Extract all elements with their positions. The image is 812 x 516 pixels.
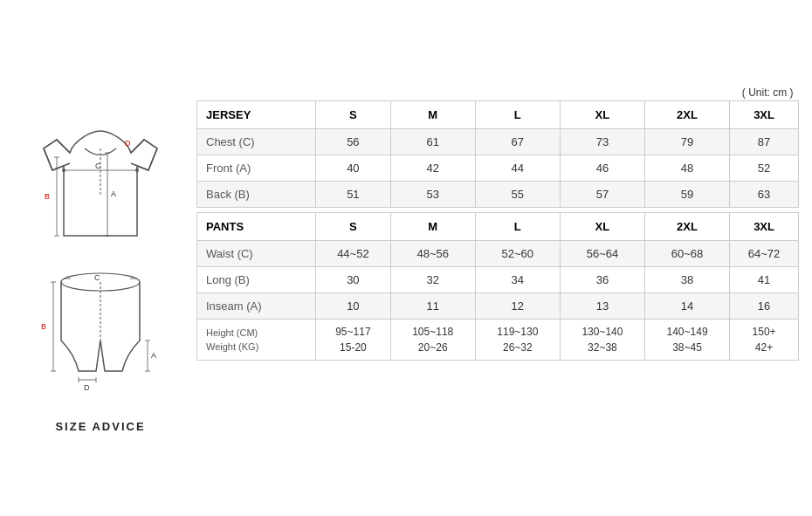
bottom-col-m: 105~11820~26 — [390, 320, 475, 361]
jersey-back-2xl: 59 — [644, 182, 729, 208]
pants-waist-3xl: 64~72 — [730, 241, 799, 267]
pants-diagram: C B A D — [22, 258, 179, 406]
jersey-back-label: Back (B) — [197, 182, 316, 208]
pants-size-s: S — [316, 213, 391, 241]
svg-point-14 — [62, 169, 65, 172]
jersey-front-s: 40 — [316, 155, 391, 182]
svg-text:D: D — [125, 139, 131, 148]
pants-waist-m: 48~56 — [390, 241, 475, 267]
pants-long-m: 32 — [390, 267, 475, 293]
jersey-size-m: M — [390, 101, 475, 129]
pants-size-m: M — [390, 213, 475, 241]
unit-row: ( Unit: cm ) — [197, 83, 799, 101]
pants-inseam-xl: 13 — [560, 293, 644, 320]
size-table: ( Unit: cm ) JERSEY S M L XL 2XL 3XL Che… — [196, 83, 799, 361]
pants-long-l: 34 — [475, 267, 560, 293]
jersey-size-s: S — [316, 101, 391, 129]
bottom-col-3xl: 150+42+ — [730, 320, 799, 361]
bottom-col-2xl: 140~14938~45 — [644, 320, 729, 361]
main-container: A B C D — [13, 83, 799, 433]
pants-inseam-row: Inseam (A) 10 11 12 13 14 16 — [197, 293, 799, 320]
svg-text:D: D — [84, 383, 90, 392]
jersey-chest-row: Chest (C) 56 61 67 73 79 87 — [197, 129, 799, 155]
pants-inseam-2xl: 14 — [644, 293, 729, 320]
jersey-chest-l: 67 — [475, 129, 560, 155]
jersey-back-3xl: 63 — [730, 182, 799, 208]
pants-long-s: 30 — [316, 267, 391, 293]
jersey-front-label: Front (A) — [197, 155, 316, 182]
svg-text:A: A — [111, 189, 116, 198]
svg-text:C: C — [94, 273, 100, 282]
pants-long-row: Long (B) 30 32 34 36 38 41 — [197, 267, 799, 293]
jersey-size-2xl: 2XL — [644, 101, 729, 129]
bottom-col-l: 119~13026~32 — [475, 320, 560, 361]
pants-waist-s: 44~52 — [316, 241, 391, 267]
svg-text:B: B — [45, 192, 50, 201]
jersey-chest-s: 56 — [316, 129, 391, 155]
jersey-size-3xl: 3XL — [730, 101, 799, 129]
pants-inseam-3xl: 16 — [730, 293, 799, 320]
svg-text:A: A — [151, 351, 156, 360]
pants-size-3xl: 3XL — [730, 213, 799, 241]
pants-inseam-l: 12 — [475, 293, 560, 320]
jersey-diagram: A B C D — [22, 100, 179, 249]
jersey-size-l: L — [475, 101, 560, 129]
pants-section-label: PANTS — [197, 213, 316, 241]
jersey-chest-label: Chest (C) — [197, 129, 316, 155]
bottom-row: Height (CM)Weight (KG) 95~11715-20 105~1… — [197, 320, 799, 361]
bottom-labels: Height (CM)Weight (KG) — [197, 320, 316, 361]
jersey-front-l: 44 — [475, 155, 560, 182]
jersey-front-xl: 46 — [560, 155, 644, 182]
jersey-front-3xl: 52 — [730, 155, 799, 182]
pants-waist-label: Waist (C) — [197, 241, 316, 267]
jersey-back-xl: 57 — [560, 182, 644, 208]
pants-inseam-label: Inseam (A) — [197, 293, 316, 320]
jersey-size-xl: XL — [560, 101, 644, 129]
pants-header-row: PANTS S M L XL 2XL 3XL — [197, 213, 799, 241]
jersey-front-2xl: 48 — [644, 155, 729, 182]
svg-point-15 — [135, 169, 139, 172]
jersey-chest-xl: 73 — [560, 129, 644, 155]
bottom-col-xl: 130~14032~38 — [560, 320, 644, 361]
pants-waist-row: Waist (C) 44~52 48~56 52~60 56~64 60~68 … — [197, 241, 799, 267]
jersey-chest-m: 61 — [390, 129, 475, 155]
unit-cell: ( Unit: cm ) — [197, 83, 799, 101]
pants-waist-xl: 56~64 — [560, 241, 644, 267]
pants-long-label: Long (B) — [197, 267, 316, 293]
jersey-chest-3xl: 87 — [730, 129, 799, 155]
pants-long-xl: 36 — [560, 267, 644, 293]
jersey-section-label: JERSEY — [197, 101, 316, 129]
size-advice-label: SIZE ADVICE — [55, 420, 145, 433]
pants-size-2xl: 2XL — [644, 213, 729, 241]
pants-size-xl: XL — [560, 213, 644, 241]
pants-size-l: L — [475, 213, 560, 241]
jersey-header-row: JERSEY S M L XL 2XL 3XL — [197, 101, 799, 129]
jersey-back-row: Back (B) 51 53 55 57 59 63 — [197, 182, 799, 208]
jersey-chest-2xl: 79 — [644, 129, 729, 155]
pants-inseam-s: 10 — [316, 293, 391, 320]
jersey-back-l: 55 — [475, 182, 560, 208]
left-panel: A B C D — [13, 83, 188, 433]
pants-waist-2xl: 60~68 — [644, 241, 729, 267]
jersey-back-m: 53 — [390, 182, 475, 208]
svg-text:B: B — [41, 322, 46, 331]
bottom-col-s: 95~11715-20 — [316, 320, 391, 361]
jersey-front-m: 42 — [390, 155, 475, 182]
pants-waist-l: 52~60 — [475, 241, 560, 267]
pants-inseam-m: 11 — [390, 293, 475, 320]
right-panel: ( Unit: cm ) JERSEY S M L XL 2XL 3XL Che… — [196, 83, 799, 361]
svg-text:C: C — [95, 162, 101, 170]
pants-long-2xl: 38 — [644, 267, 729, 293]
jersey-front-row: Front (A) 40 42 44 46 48 52 — [197, 155, 799, 182]
pants-long-3xl: 41 — [730, 267, 799, 293]
jersey-back-s: 51 — [316, 182, 391, 208]
